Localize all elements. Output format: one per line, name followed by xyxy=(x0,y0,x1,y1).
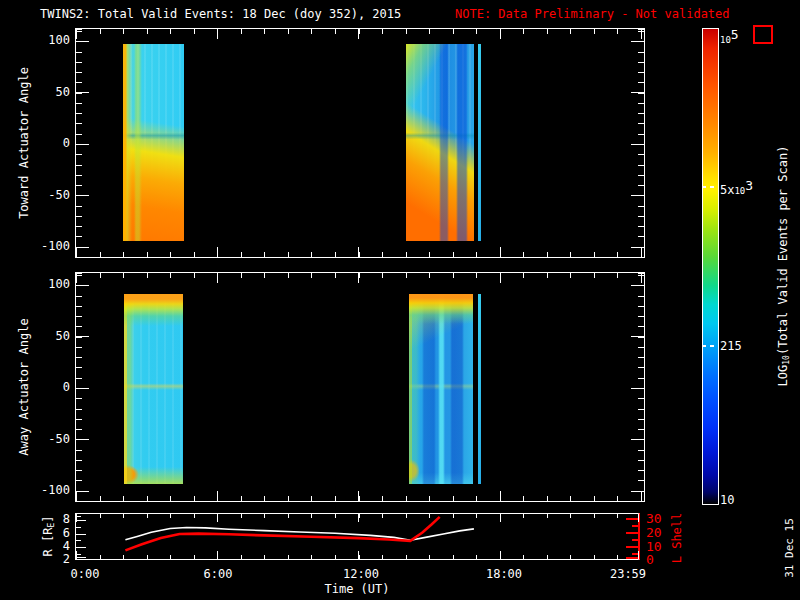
away-heatmap-block-1 xyxy=(124,294,183,484)
l-shell-tick-label: 20 xyxy=(646,525,662,540)
major-tick xyxy=(641,29,642,39)
colorbar-axis-title: LOG10(Total Valid Events per Scan) xyxy=(776,146,791,387)
y-minor-ticks xyxy=(638,273,644,501)
x-tick-label: 12:00 xyxy=(343,567,379,581)
colorbar-tick-label: 5x103 xyxy=(720,178,753,197)
x-minor-ticks xyxy=(76,273,644,278)
time-axis-title: Time (UT) xyxy=(324,582,389,596)
major-tick xyxy=(76,92,89,93)
y-tick-label: 100 xyxy=(36,277,70,291)
x-minor-ticks xyxy=(76,29,644,34)
colorbar-tick-label: 105 xyxy=(720,27,739,46)
major-tick xyxy=(76,29,77,39)
y-tick-label: -50 xyxy=(36,188,70,202)
major-tick xyxy=(217,29,218,39)
major-tick xyxy=(631,41,644,42)
major-tick xyxy=(631,439,644,440)
major-tick xyxy=(76,388,89,389)
major-tick xyxy=(500,273,501,283)
away-axis-title: Away Actuator Angle xyxy=(17,318,31,455)
r-tick-label: 6 xyxy=(50,526,70,540)
away-panel xyxy=(75,272,645,502)
x-tick-label: 0:00 xyxy=(71,567,100,581)
ephemeris-panel xyxy=(75,513,640,560)
away-heatmap-stripe xyxy=(478,294,481,484)
y-tick-label: 50 xyxy=(36,329,70,343)
twins-plot-screen: TWINS2: Total Valid Events: 18 Dec (doy … xyxy=(0,0,800,600)
date-stamp: 31 Dec 15 xyxy=(783,518,796,578)
major-tick xyxy=(76,285,89,286)
major-tick xyxy=(500,491,501,501)
y-minor-ticks xyxy=(76,273,82,501)
major-tick xyxy=(631,285,644,286)
major-tick xyxy=(631,144,644,145)
major-tick xyxy=(358,247,359,257)
colorbar-tick-label: 215 xyxy=(720,339,742,353)
r-tick-label: 4 xyxy=(50,539,70,553)
colorbar-tick-label: 10 xyxy=(720,493,734,507)
major-tick xyxy=(641,491,642,501)
y-minor-ticks xyxy=(638,29,644,257)
r-tick-label: 2 xyxy=(50,552,70,566)
major-tick xyxy=(76,491,89,492)
y-tick-label: 50 xyxy=(36,85,70,99)
major-tick xyxy=(641,273,642,283)
colorbar-dash xyxy=(702,345,717,347)
major-tick xyxy=(631,388,644,389)
y-tick-label: 100 xyxy=(36,33,70,47)
colorbar-dash xyxy=(702,186,717,188)
ephemeris-lines xyxy=(76,514,639,559)
x-tick-label: 18:00 xyxy=(486,567,522,581)
r-tick-label: 8 xyxy=(50,512,70,526)
major-tick xyxy=(76,439,89,440)
colorbar xyxy=(702,28,719,505)
major-tick xyxy=(358,491,359,501)
preliminary-note: NOTE: Data Preliminary - Not validated xyxy=(455,7,730,21)
major-tick xyxy=(631,195,644,196)
major-tick xyxy=(76,273,77,283)
y-tick-label: -100 xyxy=(36,483,70,497)
major-tick xyxy=(76,336,89,337)
major-tick xyxy=(76,41,89,42)
major-tick xyxy=(631,491,644,492)
red-marker-box xyxy=(753,25,773,44)
away-heatmap-block-2 xyxy=(409,294,473,484)
toward-panel xyxy=(75,28,645,258)
major-tick xyxy=(500,247,501,257)
toward-heatmap-block-2 xyxy=(406,44,474,241)
major-tick xyxy=(358,273,359,283)
y-tick-label: 0 xyxy=(36,136,70,150)
major-tick xyxy=(358,29,359,39)
major-tick xyxy=(631,247,644,248)
l-shell-tick-label: 30 xyxy=(646,511,662,526)
major-tick xyxy=(500,29,501,39)
toward-heatmap-block-1 xyxy=(123,44,184,241)
major-tick xyxy=(217,491,218,501)
major-tick xyxy=(631,92,644,93)
major-tick xyxy=(217,247,218,257)
major-tick xyxy=(631,336,644,337)
toward-heatmap-stripe xyxy=(478,44,481,241)
x-minor-ticks xyxy=(76,496,644,501)
major-tick xyxy=(76,144,89,145)
l-shell-axis-title: L Shell xyxy=(670,513,684,564)
y-tick-label: -50 xyxy=(36,432,70,446)
major-tick xyxy=(76,195,89,196)
major-tick xyxy=(76,247,89,248)
toward-axis-title: Toward Actuator Angle xyxy=(17,67,31,219)
x-minor-ticks xyxy=(76,252,644,257)
x-tick-label: 6:00 xyxy=(204,567,233,581)
y-minor-ticks xyxy=(76,29,82,257)
l-shell-line xyxy=(125,517,439,551)
page-title: TWINS2: Total Valid Events: 18 Dec (doy … xyxy=(40,7,401,21)
l-shell-tick-label: 0 xyxy=(646,552,654,567)
y-tick-label: 0 xyxy=(36,380,70,394)
major-tick xyxy=(641,247,642,257)
x-tick-label: 23:59 xyxy=(610,567,646,581)
y-tick-label: -100 xyxy=(36,239,70,253)
major-tick xyxy=(76,247,77,257)
major-tick xyxy=(76,491,77,501)
major-tick xyxy=(217,273,218,283)
